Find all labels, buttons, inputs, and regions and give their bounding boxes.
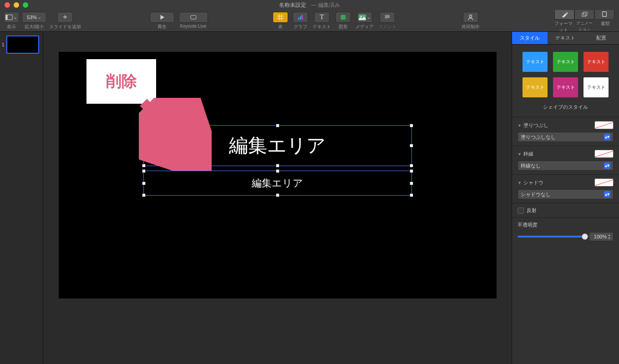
reflection-section: 反射 [512,203,619,217]
resize-handle[interactable] [276,124,279,127]
play-label: 再生 [157,24,167,30]
animate-inspector-button[interactable] [574,9,594,20]
resize-handle[interactable] [410,124,413,127]
fill-label: 塗りつぶし [523,122,548,128]
toolbar: ⌄ 表示 53%⌄ 拡大/縮小 ＋ スライドを追加 再生 Keynote Liv… [0,10,619,32]
subtitle-text-box[interactable]: 編集エリア [143,171,412,196]
resize-handle[interactable] [410,193,413,197]
title-text: 編集エリア [229,133,326,158]
insert-shape-button[interactable] [335,12,351,23]
document-name: 名称未設定 [279,1,306,9]
shape-style-label: シェイプのスタイル [512,102,619,117]
resize-handle[interactable] [410,182,413,185]
inspector-tab-arrange[interactable]: 配置 [583,32,619,45]
svg-rect-13 [603,11,607,16]
insert-media-label: メディア [355,24,374,30]
annotation-text: 削除 [106,71,137,92]
opacity-section: 不透明度 100% ▲▼ [512,217,619,245]
resize-handle[interactable] [410,169,413,173]
slide-thumbnail-image [6,35,39,54]
style-preset[interactable]: テキスト [523,77,548,97]
collaborate-button[interactable] [463,12,478,23]
insert-text-button[interactable]: T [314,12,330,23]
border-color-well[interactable] [594,150,614,158]
collaborate-label: 共同制作 [462,24,480,30]
slider-knob[interactable] [582,233,588,240]
svg-rect-11 [582,13,586,16]
play-button[interactable] [150,12,174,23]
svg-rect-7 [341,15,346,20]
document-status: — 編集済み [311,1,340,9]
format-inspector-button[interactable] [554,9,574,20]
fill-section: ▼塗りつぶし 塗りつぶしなし▴▾ [512,117,619,146]
subtitle-text: 編集エリア [252,177,303,190]
svg-rect-5 [300,16,301,20]
reflection-checkbox[interactable]: 反射 [518,207,537,213]
zoom-dropdown[interactable]: 53%⌄ [22,12,46,23]
document-label: 書類 [595,20,615,33]
shadow-label: シャドウ [523,180,543,185]
shape-style-presets: テキスト テキスト テキスト テキスト テキスト テキスト [512,45,619,102]
resize-handle[interactable] [410,164,413,167]
border-section: ▼枠線 枠線なし▴▾ [512,146,619,174]
add-slide-label: スライドを追加 [49,24,81,30]
view-label: 表示 [7,24,16,30]
svg-point-10 [469,15,472,17]
window-close-button[interactable] [5,2,10,8]
keynote-live-button[interactable] [179,12,208,23]
resize-handle[interactable] [276,164,279,167]
opacity-slider[interactable] [518,236,585,238]
insert-shape-label: 図形 [339,24,348,30]
style-preset[interactable]: テキスト [553,77,578,97]
insert-chart-button[interactable] [293,12,308,23]
border-label: 枠線 [523,151,533,157]
insert-table-label: 表 [278,24,283,30]
svg-rect-2 [191,15,196,19]
style-preset[interactable]: テキスト [583,52,609,72]
keynote-live-label: Keynote Live [180,24,207,29]
opacity-stepper[interactable]: ▲▼ [608,233,612,240]
shadow-color-well[interactable] [594,178,614,187]
border-dropdown[interactable]: 枠線なし▴▾ [518,161,614,171]
svg-point-9 [360,15,362,17]
format-label: フォーマット [553,20,573,33]
add-slide-button[interactable]: ＋ [57,12,73,23]
svg-rect-3 [277,14,284,20]
insert-chart-label: グラフ [294,24,307,30]
window-minimize-button[interactable] [14,2,19,8]
format-inspector: スタイル テキスト 配置 テキスト テキスト テキスト テキスト テキスト テキ… [512,32,619,364]
insert-comment-label: コメント [378,24,396,30]
zoom-label: 拡大/縮小 [25,24,44,30]
view-button[interactable]: ⌄ [4,12,19,23]
window-titlebar: 名称未設定 — 編集済み [0,0,619,10]
resize-handle[interactable] [142,193,146,197]
style-preset[interactable]: テキスト [523,52,548,72]
inspector-tab-text[interactable]: テキスト [548,32,583,45]
slide-navigator[interactable]: 1 [0,32,43,364]
resize-handle[interactable] [276,169,279,173]
slide-thumbnail-1[interactable]: 1 [0,35,43,55]
inspector-tab-style[interactable]: スタイル [512,32,548,45]
document-inspector-button[interactable] [594,9,614,20]
fill-dropdown[interactable]: 塗りつぶしなし▴▾ [518,132,614,142]
insert-text-label: テキスト [313,24,331,30]
window-zoom-button[interactable] [23,2,28,8]
animate-label: アニメーション [574,20,594,33]
insert-comment-button[interactable] [380,12,395,23]
fill-color-well[interactable] [594,121,614,129]
slide-index: 1 [2,42,5,47]
resize-handle[interactable] [142,182,146,185]
shadow-dropdown[interactable]: シャドウなし▴▾ [518,189,614,199]
insert-table-button[interactable] [273,12,288,23]
svg-rect-1 [6,15,8,20]
shadow-section: ▼シャドウ シャドウなし▴▾ [512,174,619,203]
style-preset[interactable]: テキスト [583,77,609,97]
annotation-arrow-icon [139,98,212,171]
svg-rect-12 [583,12,587,15]
opacity-value-field[interactable]: 100% ▲▼ [589,232,614,241]
style-preset[interactable]: テキスト [553,52,578,72]
resize-handle[interactable] [410,144,413,147]
resize-handle[interactable] [276,193,279,197]
canvas[interactable]: 編集エリア 編集エリア [43,32,512,364]
insert-media-button[interactable]: ⌄ [357,12,372,23]
